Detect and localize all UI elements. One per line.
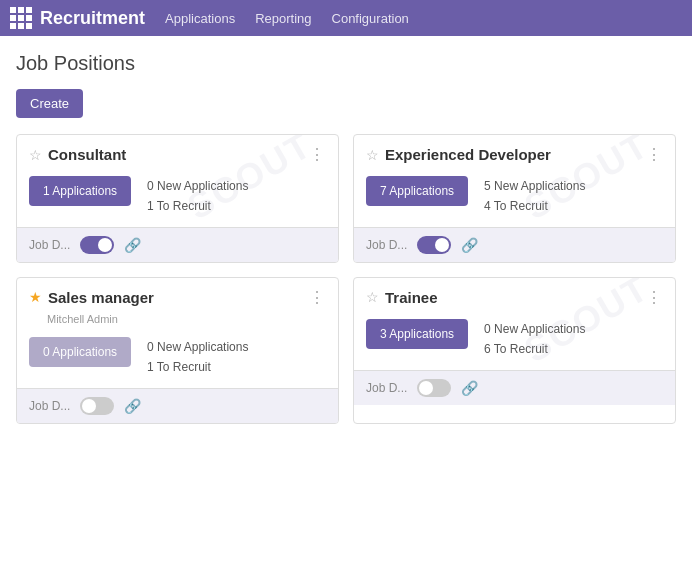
link-icon-trainee[interactable]: 🔗	[461, 380, 478, 396]
card-stats-sales-manager: 0 New Applications 1 To Recruit	[147, 337, 248, 378]
job-footer-label-trainee: Job D...	[366, 381, 407, 395]
to-recruit-stat-trainee: 6 To Recruit	[484, 339, 585, 359]
more-menu-trainee[interactable]: ⋮	[646, 288, 663, 307]
card-title-sales-manager: Sales manager	[48, 289, 154, 306]
to-recruit-stat-sales-manager: 1 To Recruit	[147, 357, 248, 377]
more-menu-experienced-developer[interactable]: ⋮	[646, 145, 663, 164]
applications-button-trainee[interactable]: 3 Applications	[366, 319, 468, 349]
topbar: Recruitment Applications Reporting Confi…	[0, 0, 692, 36]
card-title-row-experienced-developer: ☆ Experienced Developer	[366, 146, 551, 163]
star-icon-experienced-developer[interactable]: ☆	[366, 147, 379, 163]
job-card-sales-manager: ★ Sales manager ⋮ Mitchell Admin 0 Appli…	[16, 277, 339, 424]
new-applications-stat-experienced-developer: 5 New Applications	[484, 176, 585, 196]
card-stats-consultant: 0 New Applications 1 To Recruit	[147, 176, 248, 217]
card-title-consultant: Consultant	[48, 146, 126, 163]
new-applications-stat-consultant: 0 New Applications	[147, 176, 248, 196]
card-title-row-trainee: ☆ Trainee	[366, 289, 438, 306]
main-content: Job Positions Create ☆ Consultant ⋮ SCOU…	[0, 36, 692, 580]
card-body-consultant: 1 Applications 0 New Applications 1 To R…	[17, 170, 338, 227]
toggle-experienced-developer[interactable]	[417, 236, 451, 254]
applications-button-experienced-developer[interactable]: 7 Applications	[366, 176, 468, 206]
app-logo[interactable]: Recruitment	[10, 7, 145, 29]
create-button[interactable]: Create	[16, 89, 83, 118]
toggle-trainee[interactable]	[417, 379, 451, 397]
applications-button-sales-manager[interactable]: 0 Applications	[29, 337, 131, 367]
job-card-experienced-developer: ☆ Experienced Developer ⋮ SCOUT 7 Applic…	[353, 134, 676, 263]
nav-configuration[interactable]: Configuration	[332, 11, 409, 26]
new-applications-stat-trainee: 0 New Applications	[484, 319, 585, 339]
card-footer-experienced-developer: Job D... 🔗	[354, 228, 675, 262]
jobs-grid: ☆ Consultant ⋮ SCOUT 1 Applications 0 Ne…	[16, 134, 676, 424]
card-header-experienced-developer: ☆ Experienced Developer ⋮	[354, 135, 675, 170]
more-menu-consultant[interactable]: ⋮	[309, 145, 326, 164]
card-footer-trainee: Job D... 🔗	[354, 371, 675, 405]
job-card-trainee: ☆ Trainee ⋮ SCOUT 3 Applications 0 New A…	[353, 277, 676, 424]
job-footer-label-consultant: Job D...	[29, 238, 70, 252]
grid-icon	[10, 7, 32, 29]
card-footer-sales-manager: Job D... 🔗	[17, 389, 338, 423]
link-icon-consultant[interactable]: 🔗	[124, 237, 141, 253]
page-title: Job Positions	[16, 52, 676, 75]
star-icon-trainee[interactable]: ☆	[366, 289, 379, 305]
new-applications-stat-sales-manager: 0 New Applications	[147, 337, 248, 357]
job-card-consultant: ☆ Consultant ⋮ SCOUT 1 Applications 0 Ne…	[16, 134, 339, 263]
toggle-consultant[interactable]	[80, 236, 114, 254]
toggle-sales-manager[interactable]	[80, 397, 114, 415]
card-title-row-sales-manager: ★ Sales manager	[29, 289, 154, 306]
to-recruit-stat-experienced-developer: 4 To Recruit	[484, 196, 585, 216]
card-title-trainee: Trainee	[385, 289, 438, 306]
star-icon-consultant[interactable]: ☆	[29, 147, 42, 163]
card-header-trainee: ☆ Trainee ⋮	[354, 278, 675, 313]
applications-button-consultant[interactable]: 1 Applications	[29, 176, 131, 206]
card-title-row-consultant: ☆ Consultant	[29, 146, 126, 163]
card-body-sales-manager: 0 Applications 0 New Applications 1 To R…	[17, 331, 338, 388]
card-header-sales-manager: ★ Sales manager ⋮	[17, 278, 338, 313]
card-subtitle-sales-manager: Mitchell Admin	[17, 313, 338, 331]
card-footer-consultant: Job D... 🔗	[17, 228, 338, 262]
card-stats-experienced-developer: 5 New Applications 4 To Recruit	[484, 176, 585, 217]
nav-applications[interactable]: Applications	[165, 11, 235, 26]
link-icon-sales-manager[interactable]: 🔗	[124, 398, 141, 414]
card-body-trainee: 3 Applications 0 New Applications 6 To R…	[354, 313, 675, 370]
link-icon-experienced-developer[interactable]: 🔗	[461, 237, 478, 253]
card-title-experienced-developer: Experienced Developer	[385, 146, 551, 163]
job-footer-label-sales-manager: Job D...	[29, 399, 70, 413]
star-icon-sales-manager[interactable]: ★	[29, 289, 42, 305]
more-menu-sales-manager[interactable]: ⋮	[309, 288, 326, 307]
job-footer-label-experienced-developer: Job D...	[366, 238, 407, 252]
to-recruit-stat-consultant: 1 To Recruit	[147, 196, 248, 216]
app-title: Recruitment	[40, 8, 145, 29]
card-stats-trainee: 0 New Applications 6 To Recruit	[484, 319, 585, 360]
nav-reporting[interactable]: Reporting	[255, 11, 311, 26]
top-nav: Applications Reporting Configuration	[165, 11, 409, 26]
card-body-experienced-developer: 7 Applications 5 New Applications 4 To R…	[354, 170, 675, 227]
card-header-consultant: ☆ Consultant ⋮	[17, 135, 338, 170]
